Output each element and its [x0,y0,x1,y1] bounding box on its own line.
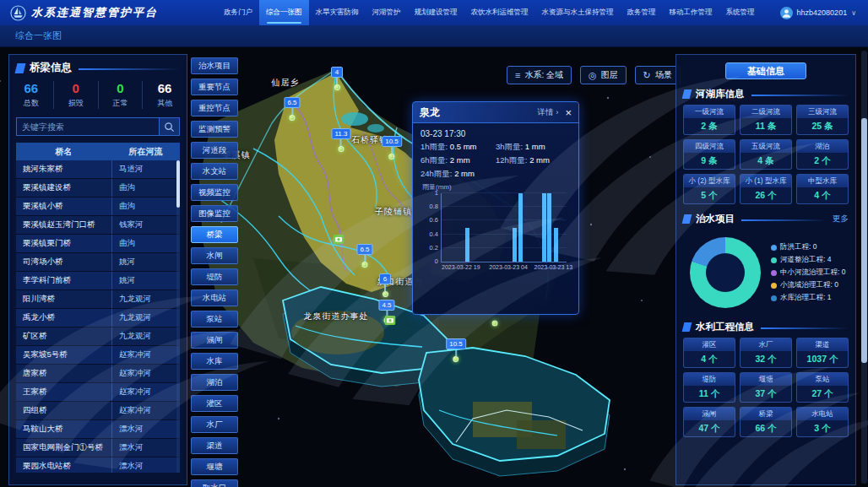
map-marker[interactable]: 10.5 [446,338,466,362]
stat-cell[interactable]: 水厂32 个 [740,338,792,368]
layer-menu-item[interactable]: 涵闸 [191,332,238,349]
marker-value-tag: 6 [379,273,391,284]
layer-menu-item[interactable]: 灌区 [191,395,238,412]
page-scrollbar-thumb[interactable] [861,118,867,363]
layer-menu-item[interactable]: 湖泊 [191,374,238,391]
layer-menu-item[interactable]: 桥梁 [191,226,238,243]
project-donut-chart[interactable] [690,237,761,308]
nav-item[interactable]: 水资源与水土保持管理 [535,0,621,25]
table-row[interactable]: 栗园水电站桥漂水河 [16,457,180,473]
layer-menu-item[interactable]: 河道段 [191,142,238,159]
layer-menu-item[interactable]: 水库 [191,353,238,370]
layer-menu-item[interactable]: 视频监控 [191,184,238,201]
layer-menu-item[interactable]: 堰塘 [191,458,238,475]
nav-item[interactable]: 移动工作管理 [663,0,719,25]
nav-item[interactable]: 政务门户 [217,0,259,25]
stat-cell[interactable]: 三级河流25 条 [796,105,849,135]
stat-label: 损毁 [54,98,98,109]
breadcrumb[interactable]: 综合一张图 [0,30,62,42]
river-name-cell: 漂水河 [111,457,180,473]
table-row[interactable]: 栗溪镇栗门桥曲沟 [16,235,180,253]
layer-menu-item[interactable]: 水文站 [191,163,238,180]
layer-menu-item[interactable]: 水厂 [191,416,238,433]
stat-cell[interactable]: 水电站3 个 [796,407,849,437]
table-row[interactable]: 唐家桥赵家冲河 [16,365,180,383]
camera-icon[interactable] [385,313,396,328]
table-row[interactable]: 王家桥赵家冲河 [16,383,180,402]
close-icon[interactable]: × [565,107,572,118]
stat-cell[interactable]: 涵闸47 个 [683,407,735,437]
stat-cell[interactable]: 一级河流2 条 [683,105,735,135]
map-control-button[interactable]: ↻场景 [635,66,681,84]
table-row[interactable]: 矿区桥九龙观河 [16,327,180,346]
stat-cell[interactable]: 渠道1037 个 [796,338,849,368]
stat-cell[interactable]: 中型水库4 个 [796,174,849,204]
table-row[interactable]: 四组桥赵家冲河 [16,402,180,420]
table-row[interactable]: 阳川湾桥九龙观河 [16,290,180,309]
user-menu[interactable]: hhzb42080201 ∨ [780,7,868,19]
stat-cell[interactable]: 五级河流4 条 [740,139,792,170]
popup-detail-link[interactable]: 详情 › [538,107,559,118]
nav-item[interactable]: 农饮水利运维管理 [464,0,535,25]
table-row[interactable]: 栗溪镇小桥曲沟 [16,198,180,216]
river-name-cell: 姚河 [111,272,180,289]
legend-dot-icon [771,245,777,251]
map-marker[interactable]: 6.5 [284,97,300,121]
stat-cell[interactable]: 灌区4 个 [683,338,735,368]
stat-cell[interactable]: 二级河流11 条 [740,105,792,135]
map-marker[interactable]: 10.5 [382,136,402,160]
table-row[interactable]: 司湾场小桥姚河 [16,253,180,272]
nav-item[interactable]: 水旱灾害防御 [309,0,366,25]
stat-cell[interactable]: 堰塘37 个 [740,372,792,403]
map-marker[interactable]: 6 [379,273,391,297]
table-row[interactable]: 栗溪镇建设桥曲沟 [16,179,180,198]
camera-icon[interactable] [334,232,344,247]
stat-cell[interactable]: 堤防11 个 [683,372,735,403]
table-row[interactable]: 国家电网荆金门①号桥漂水河 [16,439,180,457]
layer-menu-item[interactable]: 水闸 [191,247,238,264]
table-scrollbar-thumb[interactable] [176,160,180,208]
map-marker[interactable]: 11.3 [332,128,351,152]
stat-cell-label: 桥梁 [741,408,791,420]
map-marker[interactable]: 4 [331,67,343,90]
page-scrollbar[interactable] [861,51,867,484]
nav-item[interactable]: 政务管理 [621,0,663,25]
table-row[interactable]: 李学科门前桥姚河 [16,272,180,290]
map-station-dot[interactable] [492,321,498,327]
table-row[interactable]: 吴家坡5号桥赵家冲河 [16,346,180,365]
stat-cell[interactable]: 湖泊2 个 [796,139,849,170]
stat-cell[interactable]: 泵站27 个 [796,372,849,403]
layer-menu-item[interactable]: 泵站 [191,311,238,327]
tab-basic-info[interactable]: 基础信息 [725,62,806,79]
layer-menu-item[interactable]: 取水口 [191,479,238,487]
nav-item[interactable]: 规划建设管理 [408,0,464,25]
stat-cell[interactable]: 小 (2) 型水库5 个 [683,174,735,204]
layer-menu-item[interactable]: 图像监控 [191,205,238,222]
layer-menu-item[interactable]: 监测预警 [191,121,238,138]
map-control-button[interactable]: ≡水系: 全域 [507,66,572,84]
layer-menu-item[interactable]: 重控节点 [191,100,238,116]
map-marker[interactable]: 6.5 [356,244,372,268]
layer-menu-item[interactable]: 重要节点 [191,78,238,95]
stat-cell[interactable]: 四级河流9 条 [683,139,735,170]
stat-cell[interactable]: 桥梁66 个 [740,407,792,437]
nav-item[interactable]: 综合一张图 [259,0,309,25]
table-row[interactable]: 马鞍山大桥漂水河 [16,420,180,439]
layer-menu-item[interactable]: 渠道 [191,437,238,454]
stat-cell-label: 湖泊 [797,140,848,153]
bridge-name-cell: 栗园水电站桥 [16,461,111,472]
more-link[interactable]: 更多 [833,214,849,225]
nav-item[interactable]: 河湖管护 [366,0,408,25]
search-button[interactable] [159,118,179,135]
layer-menu-item[interactable]: 堤防 [191,268,238,285]
nav-item[interactable]: 系统管理 [719,0,762,25]
map-control-button[interactable]: ◎图层 [580,66,627,84]
search-input[interactable] [17,118,159,135]
layer-menu-item[interactable]: 水电站 [191,289,238,306]
table-row[interactable]: 姚河朱家桥马道河 [16,160,180,179]
layer-menu-item[interactable]: 治水项目 [191,57,238,74]
table-row[interactable]: 禹龙小桥九龙观河 [16,309,180,327]
stat-cell[interactable]: 小 (1) 型水库26 个 [740,174,792,204]
river-name-cell: 曲沟 [111,179,180,197]
table-row[interactable]: 栗溪镇赵玉湾门口桥钱家河 [16,216,180,235]
